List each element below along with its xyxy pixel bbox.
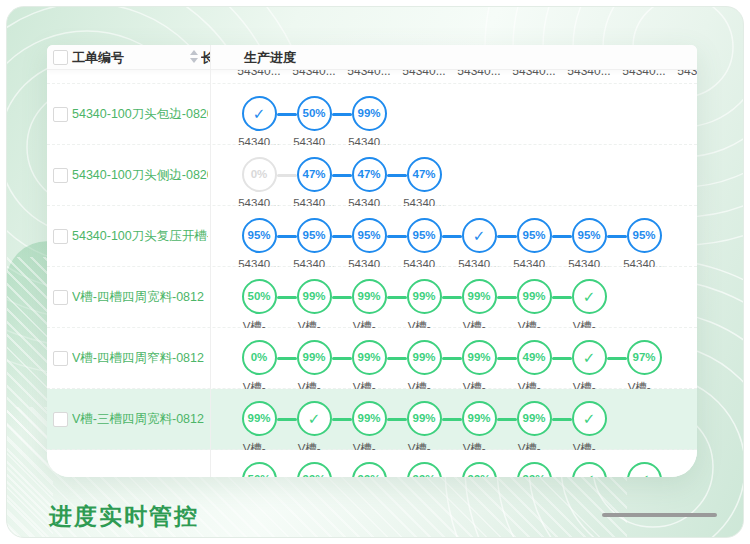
sort-carets-icon[interactable] [190,49,200,65]
progress-node[interactable]: 97% [627,340,662,375]
progress-node[interactable]: 50% [242,462,277,477]
progress-step: 49%V槽-... [506,340,562,395]
row-checkbox[interactable] [53,168,68,183]
work-order-name[interactable]: 54340-100刀头复压开槽-0... [72,206,208,266]
progress-step: 50%V槽-... [231,279,287,334]
progress-step: ✓V槽-... [561,279,617,334]
page-background: 工单编号 长 生产进度 54340...54340...54340...5434… [6,6,744,538]
progress-node[interactable]: 99% [517,401,552,436]
progress-step: 0%54340... [231,157,287,209]
row-checkbox[interactable] [53,290,68,305]
progress-node-check-icon[interactable]: ✓ [462,218,497,253]
progress-node-check-icon[interactable]: ✓ [572,279,607,314]
progress-node[interactable]: 99% [297,462,332,477]
work-order-name[interactable]: V槽-四槽四周窄料-0812 [72,328,208,388]
progress-step: ✓54340... [451,218,507,270]
progress-step: 99%V槽-... [451,340,507,395]
progress-step: 99% [451,462,507,477]
progress-node[interactable]: 99% [462,462,497,477]
progress-node[interactable]: 99% [352,279,387,314]
clipped-step-label: 54340... [341,70,397,78]
progress-node[interactable]: 99% [407,340,442,375]
progress-step: 50% [231,462,287,477]
progress-step: 0%V槽-... [231,340,287,395]
progress-node[interactable]: 47% [297,157,332,192]
progress-node[interactable]: 47% [352,157,387,192]
work-order-name[interactable]: 54340-100刀头包边-0820 [72,84,208,144]
progress-node[interactable]: 99% [462,401,497,436]
progress-node[interactable]: 99% [462,340,497,375]
work-order-name[interactable]: V槽-四槽四周宽料-0812 [72,267,208,327]
progress-node[interactable]: 49% [517,340,552,375]
progress-node[interactable]: 47% [407,157,442,192]
progress-step: 95%54340... [561,218,617,270]
progress-node-check-icon[interactable]: ✓ [627,462,662,477]
progress-step: ✓V槽-... [286,401,342,456]
progress-node[interactable]: 99% [352,462,387,477]
progress-node[interactable]: 95% [517,218,552,253]
row-checkbox[interactable] [53,351,68,366]
progress-node[interactable]: 99% [297,279,332,314]
progress-step: 99%V槽-... [231,401,287,456]
table-row[interactable]: 54340-100刀头复压开槽-0...95%54340...95%54340.… [47,206,697,267]
progress-node[interactable]: 99% [407,401,442,436]
progress-node-check-icon[interactable]: ✓ [297,401,332,436]
clipped-step-label: 54340... [451,70,507,78]
table-row[interactable]: 50%99%99%99%99%99%✓✓ [47,450,697,477]
progress-step: 99%V槽-... [451,401,507,456]
progress-step: ✓V槽-... [561,340,617,395]
work-order-name[interactable]: 54340-100刀头侧边-0820 [72,145,208,205]
progress-node[interactable]: 50% [297,96,332,131]
row-checkbox[interactable] [53,229,68,244]
progress-step: 99% [286,462,342,477]
table-header: 工单编号 长 生产进度 [47,45,697,70]
progress-node[interactable]: 0% [242,340,277,375]
progress-node[interactable]: 99% [407,462,442,477]
progress-step: 95%54340... [231,218,287,270]
progress-node[interactable]: 95% [352,218,387,253]
progress-step: 99%V槽-... [286,340,342,395]
progress-node[interactable]: 95% [297,218,332,253]
progress-step: 95%54340... [616,218,672,270]
work-order-name[interactable]: V槽-三槽四周宽料-0812 [72,389,208,449]
progress-node[interactable]: 99% [297,340,332,375]
table-row[interactable]: V槽-三槽四周宽料-081299%V槽-...✓V槽-...99%V槽-...9… [47,389,697,450]
progress-step: 97%V槽-... [616,340,672,395]
table-body: 54340-100刀头包边-0820✓54340...50%54340...99… [47,84,697,477]
table-row[interactable]: 54340-100刀头侧边-08200%54340...47%54340...4… [47,145,697,206]
row-checkbox[interactable] [53,107,68,122]
progress-step: 47%54340... [286,157,342,209]
progress-step: 99%V槽-... [341,340,397,395]
progress-node[interactable]: 0% [242,157,277,192]
progress-node[interactable]: 95% [572,218,607,253]
progress-node-check-icon[interactable]: ✓ [572,340,607,375]
progress-node[interactable]: 99% [462,279,497,314]
progress-step: 99%V槽-... [341,279,397,334]
progress-node[interactable]: 99% [517,279,552,314]
progress-node[interactable]: 99% [407,279,442,314]
progress-node-check-icon[interactable]: ✓ [572,401,607,436]
progress-node[interactable]: 99% [352,96,387,131]
progress-node[interactable]: 99% [352,340,387,375]
progress-step: 47%54340... [341,157,397,209]
progress-step: 47%54340... [396,157,452,209]
table-row[interactable]: V槽-四槽四周宽料-081250%V槽-...99%V槽-...99%V槽-..… [47,267,697,328]
progress-node[interactable]: 95% [407,218,442,253]
table-row[interactable]: 54340-100刀头包边-0820✓54340...50%54340...99… [47,84,697,145]
progress-node[interactable]: 99% [242,401,277,436]
footer-divider-bar [602,513,717,517]
progress-node[interactable]: 99% [517,462,552,477]
select-all-checkbox[interactable] [53,50,68,65]
column-header-order: 工单编号 [72,49,124,67]
progress-node[interactable]: 50% [242,279,277,314]
table-row[interactable]: V槽-四槽四周窄料-08120%V槽-...99%V槽-...99%V槽-...… [47,328,697,389]
progress-node[interactable]: 95% [627,218,662,253]
row-checkbox[interactable] [53,412,68,427]
clipped-step-label: 54340... [396,70,452,78]
progress-node-check-icon[interactable]: ✓ [572,462,607,477]
progress-node[interactable]: 99% [352,401,387,436]
work-order-table: 工单编号 长 生产进度 54340...54340...54340...5434… [47,45,697,477]
progress-node-check-icon[interactable]: ✓ [242,96,277,131]
progress-step: ✓ [616,462,672,477]
progress-node[interactable]: 95% [242,218,277,253]
